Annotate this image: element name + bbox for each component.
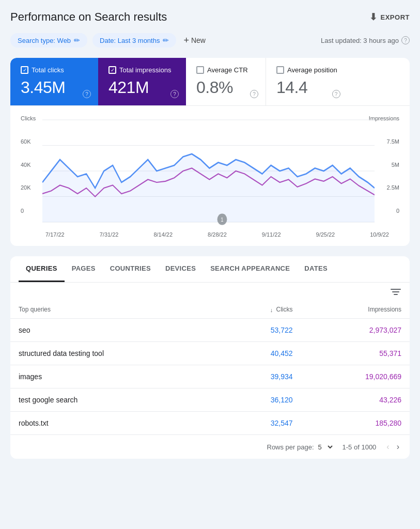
clicks-help-icon[interactable]: ? — [83, 90, 91, 98]
position-checkbox[interactable] — [276, 66, 284, 74]
avg-ctr-metric: Average CTR 0.8% ? — [186, 58, 266, 105]
table-toolbar — [10, 283, 410, 301]
clicks-cell: 36,120 — [220, 388, 301, 412]
tab-search-appearance[interactable]: SEARCH APPEARANCE — [203, 256, 297, 282]
date-filter[interactable]: Date: Last 3 months ✏ — [92, 33, 176, 48]
clicks-cell: 32,547 — [220, 412, 301, 435]
next-page-button[interactable]: › — [395, 441, 401, 453]
tab-devices[interactable]: DEVICES — [158, 256, 203, 282]
y-axis-left-label: Clicks — [21, 115, 42, 121]
x-axis-labels: 7/17/22 7/31/22 8/14/22 8/28/22 9/11/22 … — [21, 229, 399, 238]
export-button[interactable]: ⬇ EXPORT — [369, 11, 410, 23]
avg-position-metric: Average position 14.4 ? — [266, 58, 348, 105]
impressions-cell: 55,371 — [301, 342, 410, 365]
export-icon: ⬇ — [369, 11, 378, 23]
tabs-table-card: QUERIES PAGES COUNTRIES DEVICES SEARCH A… — [10, 256, 410, 459]
total-impressions-value: 421M — [108, 78, 176, 97]
page-header: Performance on Search results ⬇ EXPORT — [10, 10, 410, 24]
avg-position-label: Average position — [276, 66, 337, 74]
prev-page-button[interactable]: ‹ — [384, 441, 391, 453]
impressions-cell: 19,020,669 — [301, 365, 410, 388]
search-type-filter[interactable]: Search type: Web ✏ — [10, 33, 87, 48]
svg-text:1: 1 — [221, 216, 224, 223]
query-cell: test google search — [10, 388, 220, 412]
filter-bar: Search type: Web ✏ Date: Last 3 months ✏… — [10, 33, 410, 48]
pagination-info: 1-5 of 1000 — [343, 443, 377, 451]
clicks-cell: 39,934 — [220, 365, 301, 388]
tab-pages[interactable]: PAGES — [65, 256, 103, 282]
table-row: test google search 36,120 43,226 — [10, 388, 410, 412]
avg-ctr-label: Average CTR — [196, 66, 255, 74]
impressions-cell: 43,226 — [301, 388, 410, 412]
query-cell: robots.txt — [10, 412, 220, 435]
pagination-row: Rows per page: 5 10 25 1-5 of 1000 ‹ › — [10, 434, 410, 459]
rows-per-page-select[interactable]: 5 10 25 — [316, 443, 334, 452]
clicks-cell: 40,452 — [220, 342, 301, 365]
page-title: Performance on Search results — [10, 10, 167, 24]
col-header-query: Top queries — [10, 301, 220, 319]
ctr-help-icon[interactable]: ? — [250, 90, 258, 98]
table-row: images 39,934 19,020,669 — [10, 365, 410, 388]
total-clicks-label: Total clicks — [21, 66, 88, 74]
impressions-cell: 185,280 — [301, 412, 410, 435]
chart-card: Total clicks 3.45M ? Total impressions 4… — [10, 58, 410, 246]
edit-icon: ✏ — [74, 36, 80, 44]
query-cell: structured data testing tool — [10, 342, 220, 365]
impressions-cell: 2,973,027 — [301, 319, 410, 342]
new-filter-button[interactable]: + New — [183, 35, 206, 46]
total-impressions-label: Total impressions — [108, 66, 176, 74]
avg-position-value: 14.4 — [276, 78, 337, 97]
ctr-checkbox[interactable] — [196, 66, 204, 74]
chart-svg: 1 — [42, 114, 375, 228]
total-impressions-metric: Total impressions 421M ? — [98, 58, 186, 105]
col-header-impressions: Impressions — [301, 301, 410, 319]
tabs-row: QUERIES PAGES COUNTRIES DEVICES SEARCH A… — [10, 256, 410, 283]
page-navigation: ‹ › — [384, 441, 401, 453]
query-cell: seo — [10, 319, 220, 342]
tab-queries[interactable]: QUERIES — [19, 256, 65, 282]
total-clicks-value: 3.45M — [21, 78, 88, 97]
query-cell: images — [10, 365, 220, 388]
plus-icon: + — [183, 35, 189, 46]
chart-area: Clicks 60K 40K 20K 0 — [10, 106, 410, 246]
svg-marker-5 — [42, 154, 375, 222]
last-updated-text: Last updated: 3 hours ago ? — [321, 36, 410, 44]
table-row: structured data testing tool 40,452 55,3… — [10, 342, 410, 365]
help-icon[interactable]: ? — [401, 36, 410, 44]
table-row: seo 53,722 2,973,027 — [10, 319, 410, 342]
rows-per-page: Rows per page: 5 10 25 — [267, 443, 334, 452]
table-filter-button[interactable] — [390, 288, 401, 299]
table-row: robots.txt 32,547 185,280 — [10, 412, 410, 435]
queries-table: Top queries ↓ Clicks Impressions seo 53,… — [10, 301, 410, 434]
col-header-clicks[interactable]: ↓ Clicks — [220, 301, 301, 319]
total-clicks-metric: Total clicks 3.45M ? — [10, 58, 98, 105]
impressions-help-icon[interactable]: ? — [170, 90, 179, 98]
metrics-row: Total clicks 3.45M ? Total impressions 4… — [10, 58, 410, 106]
edit-icon: ✏ — [163, 36, 169, 44]
tab-countries[interactable]: COUNTRIES — [103, 256, 158, 282]
avg-ctr-value: 0.8% — [196, 78, 255, 97]
clicks-checkbox[interactable] — [21, 66, 28, 74]
impressions-checkbox[interactable] — [108, 66, 116, 74]
position-help-icon[interactable]: ? — [332, 90, 340, 98]
tab-dates[interactable]: DATES — [297, 256, 335, 282]
sort-icon: ↓ — [270, 307, 273, 313]
filter-icon — [390, 288, 401, 296]
clicks-cell: 53,722 — [220, 319, 301, 342]
